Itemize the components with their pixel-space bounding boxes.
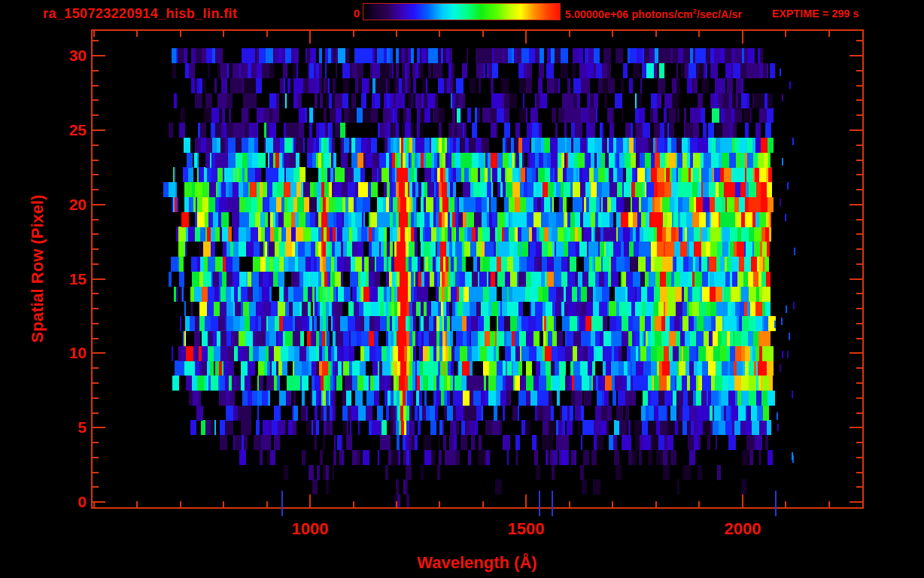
x-minor-tick bbox=[223, 31, 224, 37]
y-major-tick bbox=[93, 501, 105, 503]
y-major-tick bbox=[93, 427, 105, 428]
x-minor-tick bbox=[482, 501, 484, 507]
x-minor-tick bbox=[353, 31, 354, 37]
y-minor-tick bbox=[93, 174, 99, 175]
y-minor-tick bbox=[93, 442, 99, 443]
x-minor-tick bbox=[439, 501, 440, 507]
x-minor-tick bbox=[569, 31, 570, 37]
x-minor-tick bbox=[93, 31, 95, 37]
x-minor-tick bbox=[180, 501, 181, 507]
x-minor-tick bbox=[396, 31, 397, 37]
y-minor-tick bbox=[93, 293, 99, 294]
y-minor-tick bbox=[93, 308, 99, 309]
x-minor-tick bbox=[266, 31, 268, 37]
y-minor-tick bbox=[856, 486, 862, 488]
y-tick-label: 20 bbox=[41, 196, 87, 214]
y-minor-tick bbox=[93, 412, 99, 414]
y-minor-tick bbox=[93, 397, 99, 399]
y-minor-tick bbox=[93, 367, 99, 369]
colorbar-max-label-suffix: /sec/A/sr bbox=[697, 8, 742, 20]
y-tick-label: 15 bbox=[41, 270, 87, 288]
x-tick-label: 1000 bbox=[265, 519, 355, 539]
y-minor-tick bbox=[93, 99, 99, 101]
x-minor-tick bbox=[655, 31, 657, 37]
x-minor-tick bbox=[785, 501, 786, 507]
y-minor-tick bbox=[856, 219, 862, 221]
y-minor-tick bbox=[93, 40, 99, 41]
y-minor-tick bbox=[856, 457, 862, 458]
y-minor-tick bbox=[856, 293, 862, 294]
y-axis-title: Spatial Row (Pixel) bbox=[28, 195, 47, 343]
colorbar-min-label: 0 bbox=[336, 7, 360, 20]
y-minor-tick bbox=[93, 189, 99, 190]
y-minor-tick bbox=[856, 308, 862, 309]
y-minor-tick bbox=[93, 323, 99, 324]
plot-window: ra_150723220914_hisb_lin.fit 0 5.00000e+… bbox=[0, 0, 924, 578]
x-minor-tick bbox=[439, 31, 440, 37]
colorbar-max-label-prefix: 5.00000e+06 photons/cm bbox=[565, 8, 693, 20]
x-minor-tick bbox=[353, 501, 354, 507]
y-minor-tick bbox=[93, 160, 99, 161]
x-minor-tick bbox=[785, 31, 786, 37]
y-minor-tick bbox=[856, 160, 862, 161]
x-minor-tick bbox=[655, 501, 657, 507]
stray-column bbox=[281, 491, 283, 516]
y-minor-tick bbox=[93, 486, 99, 488]
stray-column bbox=[552, 491, 553, 516]
y-minor-tick bbox=[93, 472, 99, 473]
x-major-tick bbox=[742, 494, 743, 507]
x-minor-tick bbox=[698, 501, 700, 507]
y-minor-tick bbox=[93, 233, 99, 235]
y-minor-tick bbox=[856, 189, 862, 190]
colorbar-max-label: 5.00000e+06 photons/cm2/sec/A/sr bbox=[565, 8, 742, 20]
y-minor-tick bbox=[856, 70, 862, 71]
y-tick-label: 10 bbox=[41, 344, 87, 362]
y-major-tick bbox=[850, 204, 862, 205]
y-major-tick bbox=[93, 204, 105, 205]
x-minor-tick bbox=[136, 501, 138, 507]
y-major-tick bbox=[93, 278, 105, 280]
y-minor-tick bbox=[93, 382, 99, 384]
x-minor-tick bbox=[612, 31, 613, 37]
stray-column bbox=[775, 491, 777, 516]
y-minor-tick bbox=[93, 144, 99, 146]
y-major-tick bbox=[93, 55, 105, 56]
plot-frame bbox=[91, 29, 864, 509]
x-major-tick bbox=[309, 31, 311, 44]
y-major-tick bbox=[93, 352, 105, 354]
y-minor-tick bbox=[856, 114, 862, 116]
y-minor-tick bbox=[856, 338, 862, 339]
y-minor-tick bbox=[93, 85, 99, 87]
y-major-tick bbox=[850, 278, 862, 280]
x-major-tick bbox=[525, 31, 527, 44]
x-major-tick bbox=[525, 494, 527, 507]
y-minor-tick bbox=[856, 412, 862, 414]
y-minor-tick bbox=[856, 85, 862, 87]
y-minor-tick bbox=[93, 219, 99, 221]
y-minor-tick bbox=[93, 457, 99, 458]
x-major-tick bbox=[309, 494, 311, 507]
y-tick-label: 5 bbox=[41, 418, 87, 437]
y-minor-tick bbox=[93, 114, 99, 116]
y-major-tick bbox=[850, 129, 862, 131]
y-minor-tick bbox=[856, 472, 862, 473]
exposure-time-label: EXPTIME = 299 s bbox=[772, 8, 859, 20]
x-tick-label: 1500 bbox=[481, 519, 571, 539]
x-tick-label: 2000 bbox=[698, 519, 788, 539]
y-minor-tick bbox=[856, 144, 862, 146]
y-major-tick bbox=[93, 129, 105, 131]
y-minor-tick bbox=[93, 70, 99, 71]
y-minor-tick bbox=[93, 263, 99, 265]
x-minor-tick bbox=[396, 501, 397, 507]
x-axis-title: Wavelength (Å) bbox=[387, 553, 567, 573]
x-minor-tick bbox=[180, 31, 181, 37]
x-minor-tick bbox=[266, 501, 268, 507]
x-minor-tick bbox=[569, 501, 570, 507]
y-minor-tick bbox=[856, 367, 862, 369]
x-major-tick bbox=[742, 31, 743, 44]
x-minor-tick bbox=[136, 31, 138, 37]
y-minor-tick bbox=[93, 338, 99, 339]
y-minor-tick bbox=[856, 382, 862, 384]
x-minor-tick bbox=[828, 501, 830, 507]
y-minor-tick bbox=[856, 323, 862, 324]
